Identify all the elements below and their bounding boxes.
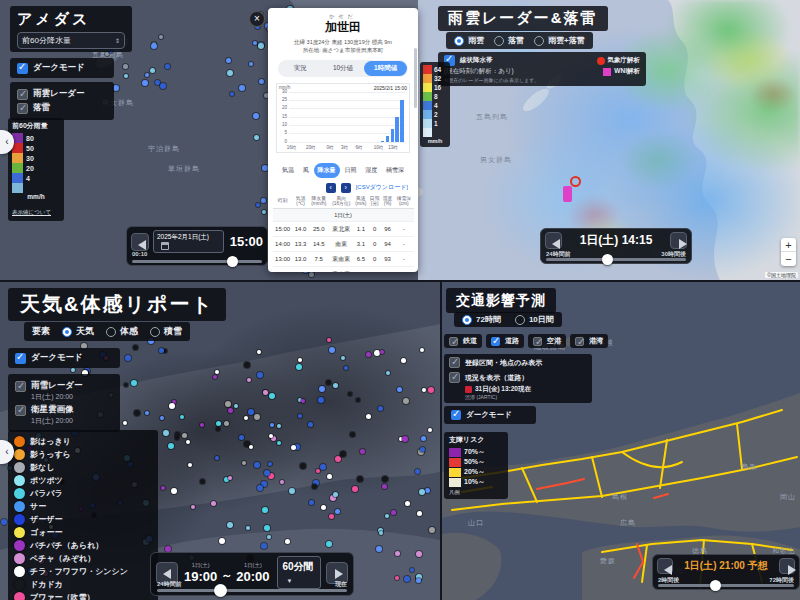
observation-dot[interactable] bbox=[259, 79, 264, 84]
report-dot[interactable] bbox=[257, 485, 263, 491]
element-button-降水量[interactable]: 降水量 bbox=[314, 163, 340, 178]
report-dot[interactable] bbox=[269, 393, 275, 399]
report-dot[interactable] bbox=[376, 546, 382, 552]
report-dot[interactable] bbox=[169, 403, 175, 409]
report-dot[interactable] bbox=[133, 345, 138, 350]
observation-dot[interactable] bbox=[160, 83, 166, 89]
report-dot[interactable] bbox=[335, 509, 340, 514]
report-element-積雪[interactable]: 積雪 bbox=[150, 325, 182, 338]
amedas-slider-thumb[interactable] bbox=[227, 256, 238, 267]
report-dot[interactable] bbox=[420, 348, 424, 352]
report-dot[interactable] bbox=[191, 505, 195, 509]
report-dot[interactable] bbox=[348, 392, 352, 396]
report-dot[interactable] bbox=[379, 531, 383, 535]
radar-slider-track[interactable] bbox=[546, 258, 686, 261]
report-dot[interactable] bbox=[333, 492, 338, 497]
report-dot[interactable] bbox=[134, 410, 140, 416]
report-dot[interactable] bbox=[428, 387, 434, 393]
report-dot[interactable] bbox=[249, 445, 253, 449]
observation-dot[interactable] bbox=[124, 74, 128, 78]
report-dot[interactable] bbox=[319, 386, 325, 392]
amedas-layer-toggle[interactable]: 雨雲レーダー bbox=[17, 88, 107, 100]
report-dot[interactable] bbox=[395, 576, 399, 580]
report-dot[interactable] bbox=[421, 436, 426, 441]
next-time-button[interactable] bbox=[670, 232, 687, 249]
report-dot[interactable] bbox=[262, 507, 268, 513]
date-picker[interactable]: 2025年2月1日(土) bbox=[153, 230, 224, 253]
report-dot[interactable] bbox=[416, 578, 421, 583]
report-dot[interactable] bbox=[419, 489, 425, 495]
report-dot[interactable] bbox=[234, 404, 238, 408]
report-dot[interactable] bbox=[289, 488, 295, 494]
report-dot[interactable] bbox=[188, 463, 192, 467]
observation-dot[interactable] bbox=[249, 62, 253, 66]
next-time-button[interactable] bbox=[779, 558, 795, 574]
observation-dot[interactable] bbox=[151, 43, 157, 49]
report-dot[interactable] bbox=[380, 350, 384, 354]
report-dot[interactable] bbox=[239, 435, 244, 440]
radar-mode-雨雲[interactable]: 雨雲 bbox=[454, 35, 484, 46]
traffic-mode-鉄道[interactable]: 鉄道 bbox=[444, 334, 482, 348]
report-dot[interactable] bbox=[382, 484, 387, 489]
report-dot[interactable] bbox=[277, 424, 281, 428]
tab-実況[interactable]: 実況 bbox=[279, 61, 322, 76]
report-dot[interactable] bbox=[264, 525, 270, 531]
report-dot[interactable] bbox=[219, 538, 225, 544]
report-dot[interactable] bbox=[165, 546, 171, 552]
report-dot[interactable] bbox=[378, 406, 383, 411]
report-dot[interactable] bbox=[124, 383, 128, 387]
element-button-日照[interactable]: 日照 bbox=[340, 163, 360, 178]
report-dot[interactable] bbox=[429, 527, 435, 533]
report-dot[interactable] bbox=[225, 401, 231, 407]
observation-dot[interactable] bbox=[226, 58, 231, 63]
report-dot[interactable] bbox=[168, 443, 174, 449]
report-dot[interactable] bbox=[350, 432, 355, 437]
report-dot[interactable] bbox=[301, 399, 305, 403]
registered-only-toggle[interactable]: 登録区間・地点のみ表示 bbox=[449, 357, 587, 368]
report-dot[interactable] bbox=[263, 390, 268, 395]
report-dot[interactable] bbox=[327, 474, 332, 479]
radar-mode-雨雲+落雷[interactable]: 雨雲+落雷 bbox=[534, 35, 585, 46]
report-dot[interactable] bbox=[216, 421, 221, 426]
report-layer-toggle[interactable]: 雨雪レーダー1日(土) 20:00 bbox=[15, 380, 113, 402]
report-dot[interactable] bbox=[403, 398, 409, 404]
report-dot[interactable] bbox=[71, 368, 75, 372]
report-dot[interactable] bbox=[268, 462, 272, 466]
report-dot[interactable] bbox=[213, 375, 217, 379]
report-dot[interactable] bbox=[341, 356, 345, 360]
observation-dot[interactable] bbox=[159, 35, 163, 39]
tab-1時間値[interactable]: 1時間値 bbox=[364, 61, 407, 76]
observation-dot[interactable] bbox=[142, 80, 148, 86]
report-dot[interactable] bbox=[352, 486, 358, 492]
table-prev-button[interactable]: ‹ bbox=[326, 183, 336, 193]
zoom-in-button[interactable]: + bbox=[781, 238, 796, 252]
prev-time-button[interactable] bbox=[545, 232, 562, 249]
report-dot[interactable] bbox=[270, 423, 274, 427]
report-dot[interactable] bbox=[296, 364, 302, 370]
amedas-slider-track[interactable] bbox=[132, 260, 262, 263]
report-dot[interactable] bbox=[405, 501, 410, 506]
observation-dot[interactable] bbox=[253, 113, 259, 119]
report-dot[interactable] bbox=[402, 436, 408, 442]
report-element-天気[interactable]: 天気 bbox=[62, 325, 94, 338]
observation-dot[interactable] bbox=[239, 85, 245, 91]
zoom-out-button[interactable]: − bbox=[781, 252, 796, 266]
observation-dot[interactable] bbox=[254, 135, 259, 140]
report-element-体感[interactable]: 体感 bbox=[106, 325, 138, 338]
observation-dot[interactable] bbox=[256, 203, 260, 207]
report-dot[interactable] bbox=[300, 463, 306, 469]
traffic-darkmode-toggle[interactable]: ダークモード bbox=[444, 406, 536, 424]
traffic-slider-thumb[interactable] bbox=[710, 580, 721, 591]
report-dot[interactable] bbox=[261, 543, 267, 549]
report-dot[interactable] bbox=[180, 415, 184, 419]
traffic-mode-空港[interactable]: 空港 bbox=[528, 334, 566, 348]
traffic-mode-道路[interactable]: 道路 bbox=[486, 334, 524, 348]
report-dot[interactable] bbox=[428, 428, 432, 432]
report-dot[interactable] bbox=[224, 421, 229, 426]
report-dot[interactable] bbox=[316, 469, 320, 473]
show-current-toggle[interactable]: 現況を表示（道路） bbox=[449, 372, 587, 383]
report-dot[interactable] bbox=[267, 535, 271, 539]
report-dot[interactable] bbox=[246, 526, 250, 530]
report-dot[interactable] bbox=[257, 350, 261, 354]
traffic-range-72時間[interactable]: 72時間 bbox=[462, 314, 501, 325]
